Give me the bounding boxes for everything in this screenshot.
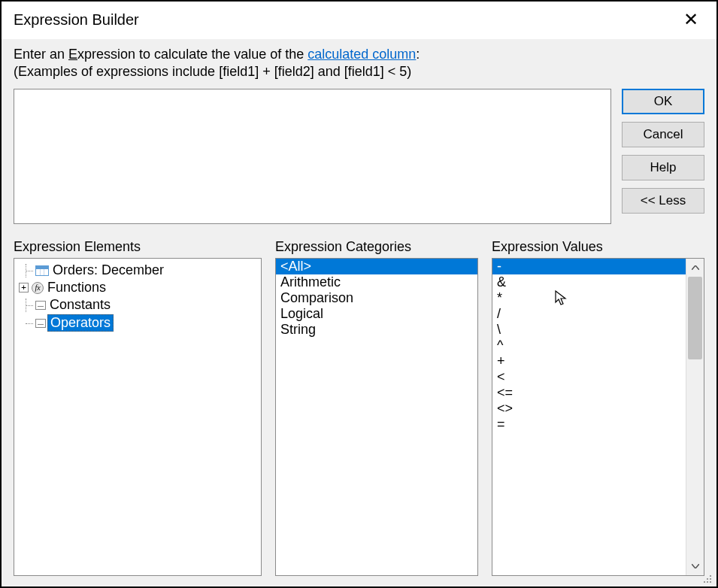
dialog-title: Expression Builder — [14, 11, 139, 29]
value-item[interactable]: = — [492, 417, 686, 432]
value-item[interactable]: - — [492, 259, 686, 274]
value-item[interactable]: <= — [492, 385, 686, 401]
tree-item-functions[interactable]: + fx Functions — [17, 279, 258, 296]
help-button[interactable]: Help — [622, 155, 704, 180]
category-item-arithmetic[interactable]: Arithmetic — [276, 274, 477, 290]
dialog-content: Enter an Expression to calculate the val… — [2, 39, 716, 586]
panel-label-categories: Expression Categories — [275, 239, 478, 255]
scroll-up-icon[interactable] — [686, 259, 704, 277]
node-icon — [35, 319, 46, 328]
tree-item-orders[interactable]: Orders: December — [17, 262, 258, 279]
close-icon[interactable]: ✕ — [677, 8, 704, 32]
value-item[interactable]: / — [492, 306, 686, 322]
expression-input[interactable] — [14, 89, 611, 224]
values-list-box: - & * / \ ^ + < <= <> = — [492, 258, 704, 576]
value-item[interactable]: ^ — [492, 338, 686, 353]
tree-item-label: Operators — [47, 314, 114, 332]
titlebar: Expression Builder ✕ — [2, 2, 716, 39]
values-scrollbar[interactable] — [686, 259, 704, 575]
panel-label-values: Expression Values — [492, 239, 704, 255]
category-item-logical[interactable]: Logical — [276, 306, 477, 322]
elements-tree[interactable]: Orders: December + fx Functions Constant… — [14, 258, 262, 576]
category-item-string[interactable]: String — [276, 322, 477, 338]
less-button[interactable]: << Less — [622, 188, 704, 214]
tree-item-operators[interactable]: Operators — [17, 314, 258, 332]
button-column: OK Cancel Help << Less — [622, 89, 704, 224]
category-item-comparison[interactable]: Comparison — [276, 290, 477, 306]
resize-grip-icon[interactable] — [701, 573, 712, 583]
tree-item-label: Orders: December — [50, 262, 166, 278]
panels-row: Expression Elements Orders: December + f… — [14, 239, 704, 576]
value-item[interactable]: + — [492, 353, 686, 369]
prompt-text: Enter an Expression to calculate the val… — [14, 47, 704, 62]
values-list[interactable]: - & * / \ ^ + < <= <> = — [492, 259, 686, 575]
calculated-column-link[interactable]: calculated column — [307, 47, 416, 62]
main-row: OK Cancel Help << Less — [14, 89, 704, 224]
category-item-all[interactable]: <All> — [276, 259, 477, 274]
expression-elements-panel: Expression Elements Orders: December + f… — [14, 239, 262, 576]
tree-item-constants[interactable]: Constants — [17, 296, 258, 314]
expression-values-panel: Expression Values - & * / \ ^ + < <= — [492, 239, 704, 576]
node-icon — [35, 301, 46, 310]
value-item[interactable]: * — [492, 290, 686, 306]
function-icon: fx — [32, 282, 44, 294]
scroll-thumb[interactable] — [688, 277, 702, 359]
value-item[interactable]: \ — [492, 322, 686, 338]
tree-item-label: Constants — [47, 297, 113, 313]
table-icon — [35, 265, 49, 276]
expand-icon[interactable]: + — [19, 283, 29, 292]
categories-list[interactable]: <All> Arithmetic Comparison Logical Stri… — [275, 258, 478, 576]
panel-label-elements: Expression Elements — [14, 239, 262, 255]
tree-item-label: Functions — [45, 280, 108, 296]
cancel-button[interactable]: Cancel — [622, 122, 704, 147]
scroll-track[interactable] — [686, 277, 704, 557]
example-text: (Examples of expressions include [field1… — [14, 64, 704, 80]
value-item[interactable]: <> — [492, 401, 686, 417]
value-item[interactable]: < — [492, 369, 686, 385]
expression-categories-panel: Expression Categories <All> Arithmetic C… — [275, 239, 478, 576]
value-item[interactable]: & — [492, 274, 686, 290]
expression-builder-dialog: Expression Builder ✕ Enter an Expression… — [2, 2, 716, 586]
ok-button[interactable]: OK — [622, 89, 704, 114]
